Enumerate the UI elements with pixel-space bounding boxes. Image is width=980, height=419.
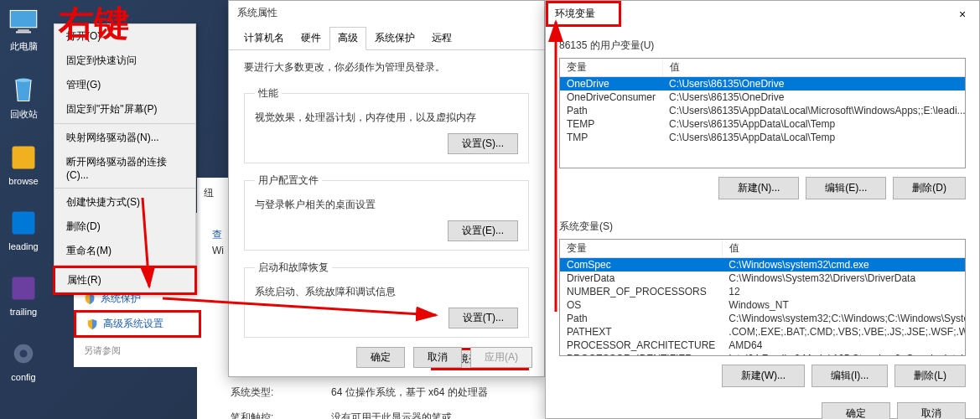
table-row[interactable]: PathC:\Windows\system32;C:\Windows;C:\Wi…: [560, 312, 966, 325]
cancel-button[interactable]: 取消: [897, 402, 966, 419]
desktop-icon-this-pc[interactable]: 此电脑: [0, 7, 47, 53]
performance-desc: 视觉效果，处理器计划，内存使用，以及虚拟内存: [255, 107, 518, 133]
profile-settings-button[interactable]: 设置(E)...: [448, 220, 518, 241]
sys-vars-list[interactable]: 变量 值 ComSpecC:\Windows\system32\cmd.exeD…: [559, 239, 966, 356]
table-row[interactable]: PROCESSOR_ARCHITECTUREAMD64: [560, 339, 966, 352]
sysinfo-win: Wi: [212, 245, 224, 256]
desktop-icon-label: trailing: [10, 307, 37, 317]
tab-computer-name[interactable]: 计算机名: [236, 27, 293, 49]
shield-icon: [86, 318, 98, 330]
app-icon: [8, 208, 39, 238]
performance-legend: 性能: [255, 86, 282, 101]
app-icon: [8, 273, 39, 303]
ok-button[interactable]: 确定: [356, 347, 405, 368]
edit-sys-var-button[interactable]: 编辑(I)...: [811, 365, 888, 387]
systype-label: 系统类型:: [231, 385, 273, 400]
pc-icon: [8, 7, 39, 37]
var-name: OneDrive: [560, 77, 662, 91]
svg-rect-4: [13, 147, 35, 169]
desktop-icon-label: 回收站: [10, 108, 38, 121]
edit-user-var-button[interactable]: 编辑(E)...: [806, 177, 886, 199]
var-value: C:\Users\86135\AppData\Local\Microsoft\W…: [662, 104, 966, 117]
cp-advanced-system[interactable]: 高级系统设置: [74, 310, 201, 338]
tab-system-protect[interactable]: 系统保护: [366, 27, 423, 49]
svg-rect-0: [10, 11, 37, 28]
desktop-icon-config[interactable]: config: [0, 339, 47, 382]
table-row[interactable]: PATHEXT.COM;.EXE;.BAT;.CMD;.VBS;.VBE;.JS…: [560, 325, 966, 339]
col-name[interactable]: 变量: [560, 240, 722, 258]
menu-delete[interactable]: 删除(D): [54, 215, 195, 239]
var-value: Windows_NT: [722, 298, 966, 312]
table-row[interactable]: TMPC:\Users\86135\AppData\Local\Temp: [560, 131, 966, 144]
menu-disconnect-drive[interactable]: 断开网络驱动器的连接(C)...: [54, 150, 195, 186]
tab-advanced[interactable]: 高级: [329, 27, 366, 50]
table-row[interactable]: NUMBER_OF_PROCESSORS12: [560, 285, 966, 298]
menu-rename[interactable]: 重命名(M): [54, 239, 195, 263]
var-name: OneDriveConsumer: [560, 91, 662, 104]
env-vars-dialog: 环境变量 × 86135 的用户变量(U) 变量 值 OneDriveC:\Us…: [545, 0, 980, 419]
table-row[interactable]: PathC:\Users\86135\AppData\Local\Microso…: [560, 104, 966, 117]
delete-user-var-button[interactable]: 删除(D): [893, 177, 966, 199]
tab-remote[interactable]: 远程: [423, 27, 460, 49]
menu-properties[interactable]: 属性(R): [53, 266, 197, 295]
svg-point-3: [16, 79, 31, 83]
desktop-icon-browser[interactable]: browse: [0, 142, 47, 186]
new-user-var-button[interactable]: 新建(N)...: [718, 177, 800, 199]
profile-legend: 用户配置文件: [255, 173, 322, 188]
var-name: ComSpec: [560, 258, 722, 272]
performance-group: 性能 视觉效果，处理器计划，内存使用，以及虚拟内存 设置(S)...: [244, 86, 529, 163]
delete-sys-var-button[interactable]: 删除(L): [894, 365, 966, 387]
apply-button[interactable]: 应用(A): [470, 347, 532, 368]
ok-button[interactable]: 确定: [822, 402, 890, 419]
tab-hardware[interactable]: 硬件: [293, 27, 329, 49]
sys-vars-label: 系统变量(S): [546, 208, 979, 239]
menu-separator: [54, 123, 195, 124]
var-name: Path: [560, 104, 662, 117]
menu-separator: [54, 188, 195, 189]
startup-group: 启动和故障恢复 系统启动、系统故障和调试信息 设置(T)...: [244, 261, 529, 338]
perf-settings-button[interactable]: 设置(S)...: [448, 133, 518, 154]
col-value[interactable]: 值: [722, 240, 966, 258]
startup-settings-button[interactable]: 设置(T)...: [449, 308, 518, 328]
var-value: C:\Users\86135\OneDrive: [662, 91, 966, 104]
menu-manage[interactable]: 管理(G): [54, 73, 195, 97]
menu-pin-start[interactable]: 固定到"开始"屏幕(P): [54, 97, 195, 122]
menu-map-drive[interactable]: 映射网络驱动器(N)...: [54, 126, 195, 150]
startup-legend: 启动和故障恢复: [255, 261, 332, 275]
bin-icon: [8, 75, 39, 105]
col-value[interactable]: 值: [662, 59, 966, 77]
desktop-icon-label: browse: [8, 176, 38, 186]
dialog-footer: 确定 取消: [546, 396, 979, 419]
var-value: AMD64: [722, 339, 966, 352]
var-name: DriverData: [560, 272, 722, 285]
menu-create-shortcut[interactable]: 创建快捷方式(S): [54, 190, 195, 215]
new-sys-var-button[interactable]: 新建(W)...: [722, 365, 805, 387]
desktop-icon-leading[interactable]: leading: [0, 208, 47, 251]
sysinfo-ctl: 纽: [204, 186, 214, 200]
table-row[interactable]: DriverDataC:\Windows\System32\Drivers\Dr…: [560, 272, 966, 285]
folder-icon: [8, 142, 39, 173]
close-button[interactable]: ×: [946, 3, 979, 26]
system-properties-dialog: 系统属性 计算机名 硬件 高级 系统保护 远程 要进行大多数更改，你必须作为管理…: [228, 0, 545, 377]
menu-pin-quick[interactable]: 固定到快速访问: [54, 49, 195, 73]
table-row[interactable]: OSWindows_NT: [560, 298, 966, 312]
var-value: 12: [722, 285, 966, 298]
var-name: Path: [560, 312, 722, 325]
user-vars-list[interactable]: 变量 值 OneDriveC:\Users\86135\OneDriveOneD…: [559, 58, 966, 168]
user-vars-label: 86135 的用户变量(U): [546, 27, 979, 58]
admin-note: 要进行大多数更改，你必须作为管理员登录。: [244, 60, 529, 75]
tabs: 计算机名 硬件 高级 系统保护 远程: [229, 27, 544, 50]
var-name: PROCESSOR_ARCHITECTURE: [560, 339, 722, 352]
table-row[interactable]: ComSpecC:\Windows\system32\cmd.exe: [560, 258, 966, 272]
desktop-icon-label: config: [11, 372, 35, 382]
table-row[interactable]: TEMPC:\Users\86135\AppData\Local\Temp: [560, 117, 966, 131]
desktop-icon-trailing[interactable]: trailing: [0, 273, 47, 317]
var-value: C:\Windows\system32;C:\Windows;C:\Window…: [722, 312, 966, 325]
cancel-button[interactable]: 取消: [413, 347, 462, 368]
dialog-titlebar: 环境变量 ×: [546, 1, 979, 27]
table-row[interactable]: OneDriveC:\Users\86135\OneDrive: [560, 77, 966, 91]
desktop-icon-recycle[interactable]: 回收站: [0, 75, 47, 121]
col-name[interactable]: 变量: [560, 59, 662, 77]
systype-value: 64 位操作系统，基于 x64 的处理器: [331, 385, 488, 400]
table-row[interactable]: OneDriveConsumerC:\Users\86135\OneDrive: [560, 91, 966, 104]
